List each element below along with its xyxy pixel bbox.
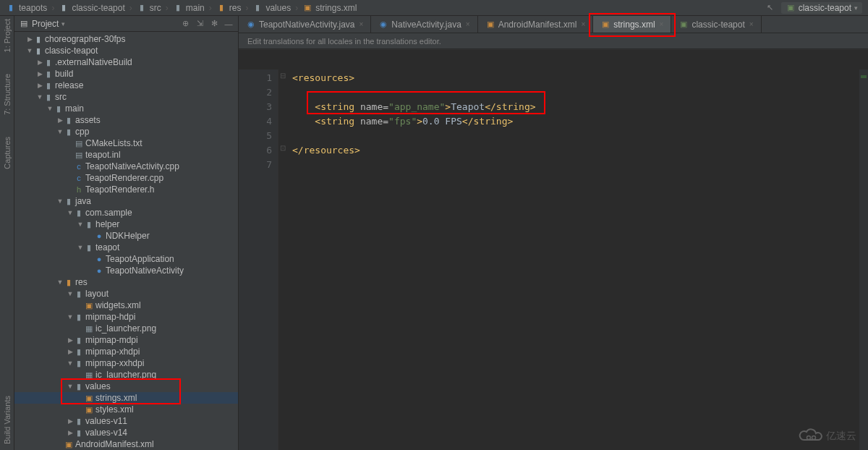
project-view-dropdown[interactable]: ▾: [61, 20, 65, 27]
tree-node[interactable]: ▼▮java: [14, 195, 238, 207]
code-line[interactable]: <string name="app_name">Teapot</string>: [292, 100, 868, 114]
code-line[interactable]: <string name="fps">0.0 FPS</string>: [292, 114, 868, 129]
code-line[interactable]: [292, 85, 868, 100]
tree-arrow-icon[interactable]: ▶: [36, 59, 43, 66]
tree-node[interactable]: ▼▮helper: [14, 218, 238, 230]
tree-node[interactable]: ▼▮res: [14, 276, 238, 288]
tree-arrow-icon[interactable]: ·: [67, 174, 74, 182]
tree-node[interactable]: ·▦ic_launcher.png: [14, 369, 238, 381]
hide-panel-icon[interactable]: ―: [224, 19, 234, 29]
breadcrumb-item[interactable]: ▮main: [173, 3, 205, 13]
tree-node[interactable]: ·hTeapotRenderer.h: [14, 184, 238, 195]
tab-close-icon[interactable]: ×: [749, 20, 754, 28]
tree-arrow-icon[interactable]: ▼: [67, 290, 74, 297]
tree-node[interactable]: ▼▮main: [14, 103, 238, 114]
tree-node[interactable]: ·cTeapotNativeActivity.cpp: [14, 161, 238, 172]
gear-icon[interactable]: ✻: [209, 19, 219, 29]
tree-node[interactable]: ·▣widgets.xml: [14, 300, 238, 311]
line-number[interactable]: 5: [239, 129, 272, 143]
editor-tab[interactable]: ▣classic-teapot×: [671, 16, 761, 33]
code-line[interactable]: [292, 158, 868, 172]
tree-arrow-icon[interactable]: ▼: [36, 93, 43, 101]
tree-arrow-icon[interactable]: ·: [87, 232, 94, 239]
tree-node[interactable]: ·●TeapotNativeActivity: [14, 265, 238, 276]
tree-arrow-icon[interactable]: ▶: [67, 429, 74, 436]
tree-arrow-icon[interactable]: ▶: [67, 336, 74, 344]
breadcrumb-item[interactable]: ▮res: [216, 3, 242, 13]
code-area[interactable]: <resources> <string name="app_name">Teap…: [288, 69, 868, 450]
strip-project[interactable]: 1: Project: [3, 19, 12, 52]
editor-tab[interactable]: ▣strings.xml×: [593, 16, 671, 33]
tree-node[interactable]: ·▣AndroidManifest.xml: [14, 438, 238, 450]
tree-arrow-icon[interactable]: ▶: [56, 116, 64, 124]
tree-arrow-icon[interactable]: ·: [56, 441, 64, 448]
tree-arrow-icon[interactable]: ·: [77, 406, 84, 413]
tree-node[interactable]: ·cTeapotRenderer.cpp: [14, 172, 238, 184]
line-number[interactable]: 4: [239, 114, 272, 129]
editor-tab[interactable]: ▣AndroidManifest.xml×: [478, 16, 594, 33]
tree-arrow-icon[interactable]: ▶: [67, 348, 74, 355]
tree-node[interactable]: ▼▮classic-teapot: [14, 45, 238, 56]
tree-node[interactable]: ▼▮mipmap-hdpi: [14, 311, 238, 323]
tree-arrow-icon[interactable]: ▼: [77, 244, 84, 251]
tree-arrow-icon[interactable]: ▼: [56, 198, 64, 205]
tree-arrow-icon[interactable]: ▼: [56, 279, 64, 286]
breadcrumb-item[interactable]: ▮teapots: [6, 3, 47, 13]
tree-node[interactable]: ▼▮com.sample: [14, 207, 238, 218]
tree-node[interactable]: ▶▮assets: [14, 114, 238, 126]
code-line[interactable]: [292, 129, 868, 143]
tree-arrow-icon[interactable]: ·: [87, 267, 94, 274]
project-tree[interactable]: ▶▮choreographer-30fps▼▮classic-teapot▶▮.…: [14, 32, 238, 450]
tree-node[interactable]: ▶▮release: [14, 80, 238, 91]
search-icon[interactable]: ↖: [765, 3, 775, 13]
fold-column[interactable]: ⊟⊡: [278, 69, 288, 450]
editor-tab[interactable]: ◉NativeActivity.java×: [371, 16, 477, 33]
tree-arrow-icon[interactable]: ▼: [46, 105, 54, 112]
tree-arrow-icon[interactable]: ▶: [67, 417, 74, 425]
strip-structure[interactable]: 7: Structure: [3, 74, 12, 115]
tree-node[interactable]: ·●NDKHelper: [14, 230, 238, 242]
tree-arrow-icon[interactable]: ·: [77, 302, 84, 309]
breadcrumb-item[interactable]: ▣strings.xml: [302, 3, 357, 13]
tree-node[interactable]: ·▤CMakeLists.txt: [14, 137, 238, 149]
tree-arrow-icon[interactable]: ▼: [26, 47, 33, 54]
tree-node[interactable]: ·●TeapotApplication: [14, 253, 238, 265]
tree-arrow-icon[interactable]: ·: [67, 186, 74, 193]
collapse-all-icon[interactable]: ⇲: [195, 19, 205, 29]
tree-node[interactable]: ▼▮src: [14, 91, 238, 103]
tree-arrow-icon[interactable]: ▼: [67, 313, 74, 320]
tree-node[interactable]: ▼▮teapot: [14, 242, 238, 253]
tree-node[interactable]: ▶▮mipmap-xhdpi: [14, 346, 238, 357]
line-gutter[interactable]: 1234567: [239, 69, 278, 450]
line-number[interactable]: 6: [239, 143, 272, 158]
tab-close-icon[interactable]: ×: [660, 20, 664, 28]
tree-arrow-icon[interactable]: ·: [87, 255, 94, 263]
tree-arrow-icon[interactable]: ·: [77, 394, 84, 402]
tree-node[interactable]: ▼▮layout: [14, 288, 238, 300]
line-number[interactable]: 1: [239, 71, 272, 85]
strip-captures[interactable]: Captures: [3, 137, 12, 169]
run-config-selector[interactable]: ▣ classic-teapot ▾: [781, 2, 862, 14]
tree-node[interactable]: ▶▮choreographer-30fps: [14, 33, 238, 45]
editor-tab[interactable]: ◉TeapotNativeActivity.java×: [239, 16, 371, 33]
tab-close-icon[interactable]: ×: [359, 20, 364, 28]
tree-arrow-icon[interactable]: ▼: [67, 209, 74, 216]
tree-node[interactable]: ▼▮values: [14, 381, 238, 392]
tree-node[interactable]: ▶▮mipmap-mdpi: [14, 334, 238, 346]
error-stripe[interactable]: [859, 69, 868, 450]
tree-arrow-icon[interactable]: ▼: [56, 128, 64, 135]
code-line[interactable]: <resources>: [292, 71, 868, 85]
tree-arrow-icon[interactable]: ▼: [77, 221, 84, 228]
tree-arrow-icon[interactable]: ▶: [26, 35, 33, 43]
tree-node[interactable]: ·▤teapot.inl: [14, 149, 238, 161]
tree-node[interactable]: ·▣strings.xml: [14, 392, 238, 404]
tree-node[interactable]: ·▣styles.xml: [14, 404, 238, 415]
line-number[interactable]: 7: [239, 158, 272, 172]
breadcrumb-item[interactable]: ▮values: [252, 3, 291, 13]
tree-node[interactable]: ▼▮cpp: [14, 126, 238, 137]
tree-arrow-icon[interactable]: ▶: [36, 70, 43, 77]
tree-node[interactable]: ·▦ic_launcher.png: [14, 323, 238, 334]
fold-marker-icon[interactable]: ⊟: [278, 71, 287, 80]
line-number[interactable]: 3: [239, 100, 272, 114]
tree-node[interactable]: ▶▮build: [14, 68, 238, 80]
